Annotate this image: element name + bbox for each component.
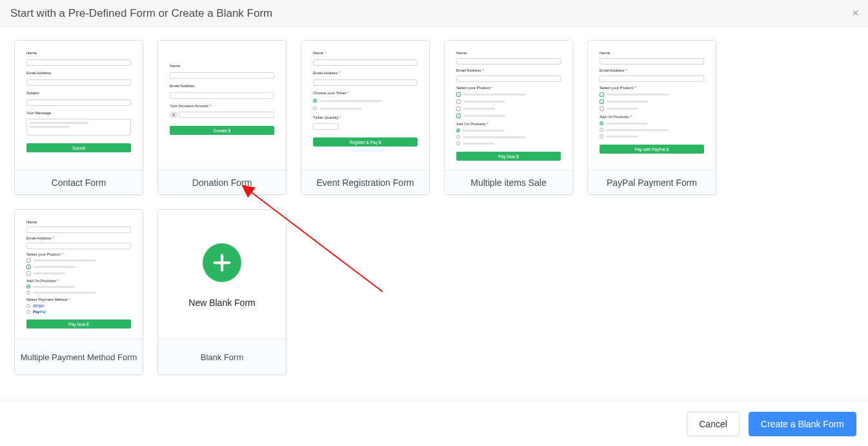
radio-option <box>313 99 418 103</box>
radio-option <box>26 290 131 294</box>
modal-title: Start with a Pre-Defined Form or Create … <box>10 7 272 20</box>
modal-footer: Cancel Create a Blank Form <box>0 401 868 446</box>
checkbox-option <box>26 258 131 263</box>
input-placeholder <box>170 72 274 79</box>
card-preview: Name Email Address Subject Your Message … <box>15 41 143 170</box>
field-label: Subject <box>26 91 131 95</box>
preview-submit-button: Pay Now $ <box>456 152 561 161</box>
input-placeholder <box>313 59 418 66</box>
template-card-contact[interactable]: Name Email Address Subject Your Message … <box>14 40 143 195</box>
input-placeholder <box>26 227 131 233</box>
field-label: Name <box>456 51 561 55</box>
checkbox-option <box>456 99 561 104</box>
new-blank-label: New Blank Form <box>188 298 255 308</box>
field-label: Select your Product <box>600 86 704 90</box>
card-title: Event Registration Form <box>301 170 429 194</box>
template-card-multiple-items[interactable]: Name Email Address Select your Product ✓… <box>444 40 573 195</box>
card-preview: New Blank Form <box>158 210 286 339</box>
checkbox-option: ✓ <box>456 92 561 97</box>
input-placeholder <box>26 79 131 86</box>
close-button[interactable]: × <box>852 6 859 20</box>
radio-option <box>600 121 704 125</box>
radio-option <box>600 134 704 138</box>
card-preview: Name Email Address Select your Product ✓… <box>445 41 572 170</box>
input-placeholder <box>26 99 131 106</box>
blank-preview: New Blank Form <box>170 219 274 332</box>
preview-submit-button: Register & Pay $ <box>313 137 418 147</box>
field-label: Name <box>26 220 131 224</box>
field-label: Add On Products <box>600 115 704 119</box>
field-label: Name <box>26 51 131 55</box>
card-preview: Name Email Address Select your Product ✓… <box>588 41 716 170</box>
radio-option <box>313 106 418 110</box>
cancel-button[interactable]: Cancel <box>687 412 740 436</box>
qty-input <box>313 123 339 130</box>
form-template-modal: Start with a Pre-Defined Form or Create … <box>0 0 868 446</box>
preview-submit-button: Pay with PayPal $ <box>600 145 704 154</box>
checkbox-option: ✓ <box>456 114 561 118</box>
field-label: Add On Products <box>26 279 131 283</box>
checkbox-option: ✓ <box>600 92 704 97</box>
field-label: Email Address <box>26 236 131 240</box>
currency-icon: $ <box>170 112 177 118</box>
card-title: Multiple Payment Method Form <box>15 339 143 374</box>
input-placeholder <box>26 243 131 249</box>
template-card-grid: Name Email Address Subject Your Message … <box>14 40 854 375</box>
radio-option <box>600 128 704 132</box>
radio-option <box>456 135 561 139</box>
checkbox-option: ✓ <box>26 265 131 269</box>
input-placeholder <box>600 76 704 82</box>
field-label: Email Address <box>170 84 274 88</box>
field-label: Select your Product <box>26 252 131 256</box>
field-label: Select your Product <box>456 86 561 90</box>
preview-submit-button: Donate $ <box>170 126 274 135</box>
radio-option <box>26 285 131 289</box>
field-label: Email Address <box>26 71 131 75</box>
card-preview: Name Email Address Your Donation Amount … <box>158 41 286 170</box>
card-preview: Name Email Address Select your Product ✓… <box>15 210 143 339</box>
radio-option <box>456 128 561 132</box>
field-label: Your Message <box>26 111 131 115</box>
checkbox-option <box>456 106 561 111</box>
template-card-event[interactable]: Name Email Address Choose your Ticket Ti… <box>301 40 430 195</box>
field-label: Add On Products <box>456 122 561 126</box>
checkbox-option <box>600 106 704 111</box>
field-label: Name <box>170 64 274 68</box>
create-blank-form-button[interactable]: Create a Blank Form <box>749 412 856 436</box>
checkbox-option <box>26 271 131 276</box>
field-label: Name <box>600 51 704 55</box>
template-card-donation[interactable]: Name Email Address Your Donation Amount … <box>157 40 287 195</box>
field-label: Your Donation Amount <box>170 104 274 108</box>
field-label: Choose your Ticket <box>313 91 418 95</box>
card-title: Donation Form <box>158 170 286 194</box>
checkbox-option: ✓ <box>600 99 704 104</box>
payment-option-stripe: stripe <box>26 303 131 308</box>
template-card-multipay[interactable]: Name Email Address Select your Product ✓… <box>14 209 143 375</box>
card-title: PayPal Payment Form <box>588 170 716 194</box>
radio-option <box>456 141 561 145</box>
preview-submit-button: Submit <box>26 143 131 152</box>
close-icon: × <box>852 6 859 19</box>
input-placeholder <box>456 58 561 65</box>
preview-submit-button: Pay Now $ <box>26 319 131 329</box>
plus-icon <box>203 243 241 282</box>
modal-body: Name Email Address Subject Your Message … <box>0 27 868 401</box>
card-title: Multiple items Sale <box>445 170 572 194</box>
card-title: Blank Form <box>158 339 286 374</box>
input-placeholder <box>456 76 561 82</box>
input-placeholder <box>26 59 131 66</box>
input-placeholder <box>170 92 274 99</box>
field-label: Ticket Quantity <box>313 116 418 119</box>
template-card-paypal[interactable]: Name Email Address Select your Product ✓… <box>587 40 716 195</box>
input-placeholder <box>600 58 704 65</box>
modal-header: Start with a Pre-Defined Form or Create … <box>0 0 868 27</box>
card-title: Contact Form <box>15 170 143 194</box>
field-label: Select Payment Method <box>26 298 131 301</box>
input-placeholder <box>313 79 418 86</box>
field-label: Email Address <box>313 71 418 75</box>
amount-input: $ <box>170 112 274 118</box>
card-preview: Name Email Address Choose your Ticket Ti… <box>301 41 429 170</box>
template-card-blank[interactable]: New Blank Form Blank Form <box>157 209 287 375</box>
textarea-placeholder <box>26 119 131 136</box>
field-label: Name <box>313 51 418 55</box>
